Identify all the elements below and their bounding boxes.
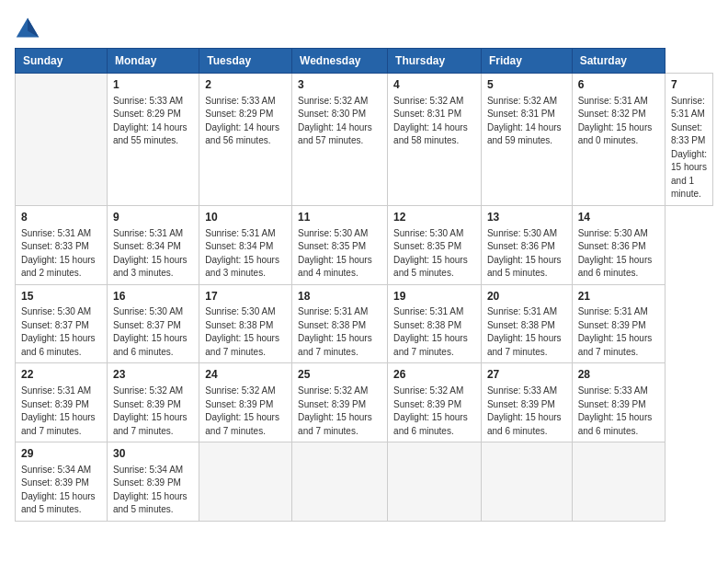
day-info: Sunrise: 5:32 AMSunset: 8:39 PMDaylight:… — [205, 385, 286, 438]
day-number: 29 — [21, 446, 101, 462]
page-header — [15, 15, 713, 40]
day-info: Sunrise: 5:32 AMSunset: 8:39 PMDaylight:… — [298, 385, 381, 438]
day-number: 24 — [205, 367, 286, 383]
day-info: Sunrise: 5:34 AMSunset: 8:39 PMDaylight:… — [21, 464, 101, 517]
day-info: Sunrise: 5:30 AMSunset: 8:35 PMDaylight:… — [298, 227, 381, 281]
day-info: Sunrise: 5:32 AMSunset: 8:39 PMDaylight:… — [113, 385, 193, 438]
calendar-day-cell — [572, 442, 665, 522]
calendar-day-cell: 3Sunrise: 5:32 AMSunset: 8:30 PMDaylight… — [292, 74, 388, 206]
calendar-day-cell: 11Sunrise: 5:30 AMSunset: 8:35 PMDayligh… — [292, 205, 388, 284]
calendar-week-row: 29Sunrise: 5:34 AMSunset: 8:39 PMDayligh… — [16, 442, 713, 522]
day-info: Sunrise: 5:33 AMSunset: 8:39 PMDaylight:… — [487, 385, 566, 438]
calendar-day-cell: 8Sunrise: 5:31 AMSunset: 8:33 PMDaylight… — [16, 205, 108, 284]
calendar-day-cell: 12Sunrise: 5:30 AMSunset: 8:35 PMDayligh… — [388, 205, 482, 284]
day-info: Sunrise: 5:31 AMSunset: 8:34 PMDaylight:… — [205, 227, 286, 281]
day-number: 10 — [205, 210, 286, 225]
calendar-day-cell: 15Sunrise: 5:30 AMSunset: 8:37 PMDayligh… — [16, 284, 108, 363]
weekday-header-tuesday: Tuesday — [199, 49, 292, 74]
day-info: Sunrise: 5:31 AMSunset: 8:32 PMDaylight:… — [578, 95, 659, 148]
calendar-day-cell: 2Sunrise: 5:33 AMSunset: 8:29 PMDaylight… — [199, 74, 292, 206]
weekday-header-friday: Friday — [481, 49, 572, 74]
day-info: Sunrise: 5:30 AMSunset: 8:37 PMDaylight:… — [113, 305, 193, 359]
day-number: 1 — [113, 77, 193, 93]
calendar-day-cell: 19Sunrise: 5:31 AMSunset: 8:38 PMDayligh… — [388, 284, 482, 363]
weekday-header-wednesday: Wednesday — [292, 49, 388, 74]
day-info: Sunrise: 5:33 AMSunset: 8:29 PMDaylight:… — [113, 95, 193, 148]
calendar-day-cell: 21Sunrise: 5:31 AMSunset: 8:39 PMDayligh… — [572, 284, 665, 363]
calendar-day-cell: 6Sunrise: 5:31 AMSunset: 8:32 PMDaylight… — [572, 74, 665, 206]
day-info: Sunrise: 5:30 AMSunset: 8:37 PMDaylight:… — [21, 305, 101, 359]
calendar-day-cell: 25Sunrise: 5:32 AMSunset: 8:39 PMDayligh… — [292, 363, 388, 442]
day-info: Sunrise: 5:34 AMSunset: 8:39 PMDaylight:… — [113, 464, 193, 517]
calendar-week-row: 22Sunrise: 5:31 AMSunset: 8:39 PMDayligh… — [16, 363, 713, 442]
calendar-week-row: 1Sunrise: 5:33 AMSunset: 8:29 PMDaylight… — [16, 74, 713, 206]
day-number: 9 — [113, 210, 193, 225]
logo-icon — [15, 15, 40, 40]
day-info: Sunrise: 5:30 AMSunset: 8:36 PMDaylight:… — [487, 227, 566, 281]
day-info: Sunrise: 5:31 AMSunset: 8:34 PMDaylight:… — [113, 227, 193, 281]
weekday-header-monday: Monday — [107, 49, 199, 74]
day-number: 8 — [21, 210, 101, 225]
calendar-day-cell: 4Sunrise: 5:32 AMSunset: 8:31 PMDaylight… — [388, 74, 482, 206]
day-number: 30 — [113, 446, 193, 462]
day-number: 25 — [298, 367, 381, 383]
day-info: Sunrise: 5:30 AMSunset: 8:35 PMDaylight:… — [393, 227, 475, 281]
day-number: 27 — [487, 367, 566, 383]
day-number: 21 — [578, 289, 659, 304]
day-number: 20 — [487, 289, 566, 304]
weekday-header-thursday: Thursday — [388, 49, 482, 74]
day-info: Sunrise: 5:32 AMSunset: 8:31 PMDaylight:… — [487, 95, 566, 148]
day-info: Sunrise: 5:31 AMSunset: 8:38 PMDaylight:… — [393, 305, 475, 359]
day-info: Sunrise: 5:31 AMSunset: 8:38 PMDaylight:… — [298, 305, 381, 359]
day-number: 4 — [393, 77, 475, 93]
calendar-day-cell: 13Sunrise: 5:30 AMSunset: 8:36 PMDayligh… — [481, 205, 572, 284]
day-number: 5 — [487, 77, 566, 93]
calendar-day-cell: 17Sunrise: 5:30 AMSunset: 8:38 PMDayligh… — [199, 284, 292, 363]
calendar-day-cell: 10Sunrise: 5:31 AMSunset: 8:34 PMDayligh… — [199, 205, 292, 284]
calendar-day-cell — [388, 442, 482, 522]
day-info: Sunrise: 5:31 AMSunset: 8:33 PMDaylight:… — [671, 95, 707, 201]
calendar-day-cell: 16Sunrise: 5:30 AMSunset: 8:37 PMDayligh… — [107, 284, 199, 363]
calendar-day-cell: 27Sunrise: 5:33 AMSunset: 8:39 PMDayligh… — [481, 363, 572, 442]
day-number: 23 — [113, 367, 193, 383]
calendar-day-cell — [481, 442, 572, 522]
calendar-day-cell: 5Sunrise: 5:32 AMSunset: 8:31 PMDaylight… — [481, 74, 572, 206]
day-info: Sunrise: 5:31 AMSunset: 8:39 PMDaylight:… — [21, 385, 101, 438]
calendar-header-row: SundayMondayTuesdayWednesdayThursdayFrid… — [16, 49, 713, 74]
day-info: Sunrise: 5:31 AMSunset: 8:39 PMDaylight:… — [578, 305, 659, 359]
day-number: 12 — [393, 210, 475, 225]
day-info: Sunrise: 5:30 AMSunset: 8:36 PMDaylight:… — [578, 227, 659, 281]
day-info: Sunrise: 5:32 AMSunset: 8:30 PMDaylight:… — [298, 95, 381, 148]
day-number: 11 — [298, 210, 381, 225]
day-number: 13 — [487, 210, 566, 225]
calendar-day-cell: 20Sunrise: 5:31 AMSunset: 8:38 PMDayligh… — [481, 284, 572, 363]
day-info: Sunrise: 5:32 AMSunset: 8:39 PMDaylight:… — [393, 385, 475, 438]
calendar-day-cell: 14Sunrise: 5:30 AMSunset: 8:36 PMDayligh… — [572, 205, 665, 284]
day-number: 26 — [393, 367, 475, 383]
day-number: 19 — [393, 289, 475, 304]
day-number: 6 — [578, 77, 659, 93]
day-number: 16 — [113, 289, 193, 304]
calendar-day-cell: 26Sunrise: 5:32 AMSunset: 8:39 PMDayligh… — [388, 363, 482, 442]
day-info: Sunrise: 5:33 AMSunset: 8:29 PMDaylight:… — [205, 95, 286, 148]
logo — [15, 15, 44, 40]
calendar-day-cell: 18Sunrise: 5:31 AMSunset: 8:38 PMDayligh… — [292, 284, 388, 363]
calendar-day-cell: 28Sunrise: 5:33 AMSunset: 8:39 PMDayligh… — [572, 363, 665, 442]
calendar-day-cell — [199, 442, 292, 522]
day-number: 3 — [298, 77, 381, 93]
calendar-day-cell — [292, 442, 388, 522]
day-number: 22 — [21, 367, 101, 383]
weekday-header-sunday: Sunday — [16, 49, 108, 74]
calendar-week-row: 15Sunrise: 5:30 AMSunset: 8:37 PMDayligh… — [16, 284, 713, 363]
calendar-day-cell: 1Sunrise: 5:33 AMSunset: 8:29 PMDaylight… — [107, 74, 199, 206]
day-info: Sunrise: 5:31 AMSunset: 8:38 PMDaylight:… — [487, 305, 566, 359]
day-number: 15 — [21, 289, 101, 304]
calendar-day-cell: 22Sunrise: 5:31 AMSunset: 8:39 PMDayligh… — [16, 363, 108, 442]
calendar-day-cell: 9Sunrise: 5:31 AMSunset: 8:34 PMDaylight… — [107, 205, 199, 284]
day-number: 28 — [578, 367, 659, 383]
day-number: 2 — [205, 77, 286, 93]
calendar-week-row: 8Sunrise: 5:31 AMSunset: 8:33 PMDaylight… — [16, 205, 713, 284]
calendar-table: SundayMondayTuesdayWednesdayThursdayFrid… — [15, 48, 713, 522]
calendar-day-cell: 29Sunrise: 5:34 AMSunset: 8:39 PMDayligh… — [16, 442, 108, 522]
calendar-day-cell: 23Sunrise: 5:32 AMSunset: 8:39 PMDayligh… — [107, 363, 199, 442]
